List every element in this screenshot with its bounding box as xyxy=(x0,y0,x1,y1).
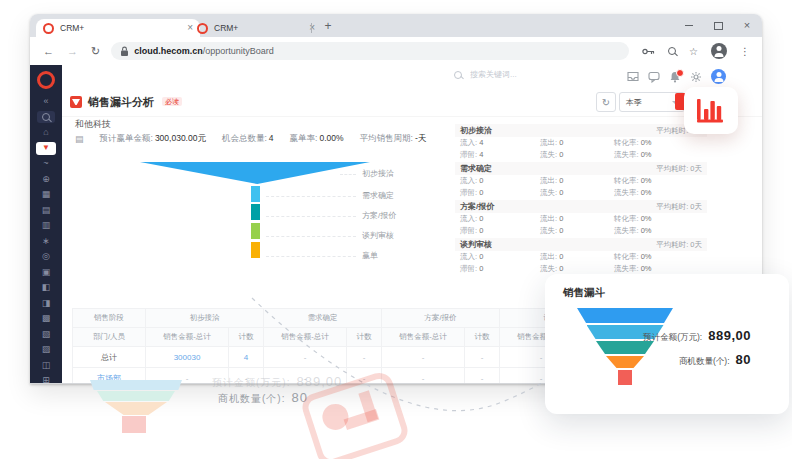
stage-metrics-row: 滞留: 0流失: 0流失率: 0% xyxy=(455,225,707,237)
decorative-metric-count: 商机数量(个): 80 xyxy=(218,390,308,406)
stage-avg-duration: 平均耗时: 0天 xyxy=(656,164,702,174)
stage-metric: 流失: 0 xyxy=(540,264,614,274)
card-metric-amount: 预计金额(万元): 889,00 xyxy=(643,328,751,344)
sidebar-item-calendar[interactable]: ▦ xyxy=(30,187,62,203)
chat-icon: ◧ xyxy=(42,283,51,292)
stage-metrics-row: 滞留: 4流失: 0流失率: 0% xyxy=(455,149,707,161)
funnel-leader-line xyxy=(266,256,356,257)
stage-metric: 流出: 0 xyxy=(540,176,614,186)
window-maximize-button[interactable] xyxy=(713,21,723,31)
tasks-icon: ▤ xyxy=(42,206,51,215)
stage-metric: 滞留: 0 xyxy=(460,188,540,198)
bar-chart-icon xyxy=(697,98,725,123)
table-cell: - xyxy=(382,368,465,384)
sidebar-item-settings[interactable]: ∗ xyxy=(30,234,62,250)
table-group-header: 方案/报价 xyxy=(382,309,500,328)
app-logo[interactable] xyxy=(37,71,55,89)
sidebar-item-folder[interactable]: ◫ xyxy=(30,358,62,374)
table-subheader-count: 计数 xyxy=(465,328,500,347)
sidebar-item-home[interactable]: ⌂ xyxy=(30,125,62,141)
browser-menu-icon[interactable]: ⋮ xyxy=(740,46,750,57)
stage-name: 方案/报价 xyxy=(460,201,494,212)
global-search[interactable] xyxy=(454,69,567,80)
browser-profile-avatar[interactable] xyxy=(711,43,727,59)
search-input[interactable] xyxy=(468,69,567,80)
stage-name: 谈判审核 xyxy=(460,239,492,250)
search-icon xyxy=(454,71,462,79)
summary-label: 平均销售周期: xyxy=(360,133,413,143)
zoom-icon[interactable] xyxy=(668,47,676,55)
chat-icon[interactable] xyxy=(648,71,660,83)
chart-feature-card xyxy=(684,87,738,134)
stage-metric: 流失: 0 xyxy=(540,150,614,160)
settings-icon: ∗ xyxy=(42,237,50,246)
reload-icon[interactable]: ↻ xyxy=(91,45,100,58)
sidebar-item-search[interactable] xyxy=(30,110,62,126)
stage-metrics-row: 流入: 0流出: 0转化率: 0% xyxy=(455,213,707,225)
sidebar-item-trend[interactable]: ~ xyxy=(30,156,62,172)
stage-metric: 流入: 0 xyxy=(460,214,540,224)
sidebar-item-target[interactable]: ◎ xyxy=(30,249,62,265)
forward-icon[interactable]: → xyxy=(67,45,78,57)
search-box xyxy=(37,111,55,123)
refresh-button[interactable]: ↻ xyxy=(596,92,616,112)
funnel-stage-label: 需求确定 xyxy=(362,191,432,201)
funnel-leader-line xyxy=(266,196,356,197)
funnel-leader-line xyxy=(266,236,356,237)
stage-metric: 滞留: 0 xyxy=(460,264,540,274)
sidebar-item-funnel-analysis[interactable]: ▼ xyxy=(30,141,62,157)
stage-name: 需求确定 xyxy=(460,163,492,174)
table-cell: - xyxy=(382,347,465,368)
summary-item-1: 机会总数量:4 xyxy=(222,133,274,145)
window-close-button[interactable]: × xyxy=(742,21,752,31)
sidebar-item-report[interactable]: ▩ xyxy=(30,311,62,327)
stage-metric: 流失: 0 xyxy=(540,188,614,198)
browser-tab-inactive[interactable]: CRM+ × xyxy=(190,19,322,37)
address-bar[interactable]: cloud.hecom.cn /opportunityBoard xyxy=(111,42,629,60)
sidebar-item-message[interactable]: ◨ xyxy=(30,296,62,312)
sidebar-item-chat[interactable]: ◧ xyxy=(30,280,62,296)
summary-value: 0.00% xyxy=(319,133,343,143)
table-group-header: 初步接洽 xyxy=(146,309,264,328)
settings-gear-icon[interactable] xyxy=(690,71,702,83)
table-cell[interactable]: 4 xyxy=(229,347,264,368)
sidebar-item-docs[interactable]: ▥ xyxy=(30,218,62,234)
sidebar-item-contacts[interactable]: ▣ xyxy=(30,265,62,281)
window-minimize-button[interactable] xyxy=(684,21,694,31)
sidebar-item-library[interactable]: ▨ xyxy=(30,342,62,358)
decorative-funnel xyxy=(90,380,182,434)
inbox-icon[interactable] xyxy=(627,71,639,82)
stage-section-header: 谈判审核平均耗时: 0天 xyxy=(455,238,707,251)
collapse-icon: « xyxy=(43,97,48,106)
back-icon[interactable]: ← xyxy=(43,45,54,57)
sidebar-item-tasks[interactable]: ▤ xyxy=(30,203,62,219)
summary-value: 300,030.00元 xyxy=(155,133,206,143)
stage-metrics-row: 流入: 0流出: 0转化率: 0% xyxy=(455,175,707,187)
summary-label: 赢单率: xyxy=(290,133,318,143)
search-icon xyxy=(42,113,50,121)
app-utility-bar xyxy=(62,65,762,89)
apps-icon: ⊞ xyxy=(42,376,50,383)
stage-section-header: 需求确定平均耗时: 0天 xyxy=(455,162,707,175)
table-header-stage: 销售阶段 xyxy=(73,309,146,328)
user-avatar[interactable] xyxy=(711,69,726,84)
funnel-leader-line xyxy=(340,174,356,175)
stage-metric: 流失率: 0% xyxy=(614,264,702,274)
sidebar-item-add[interactable]: ⊕ xyxy=(30,172,62,188)
browser-tab-active[interactable]: CRM+ × xyxy=(36,19,200,37)
new-tab-button[interactable]: + xyxy=(320,18,336,34)
key-icon[interactable] xyxy=(642,47,655,56)
stage-metric: 转化率: 0% xyxy=(614,214,702,224)
stage-metric: 转化率: 0% xyxy=(614,252,702,262)
stage-metric: 滞留: 4 xyxy=(460,150,540,160)
sidebar-item-collapse[interactable]: « xyxy=(30,94,62,110)
sidebar-item-analytics[interactable]: ▧ xyxy=(30,327,62,343)
bookmark-star-icon[interactable]: ☆ xyxy=(689,46,698,57)
notifications-bell-icon[interactable] xyxy=(669,71,681,83)
summary-item-2: 赢单率:0.00% xyxy=(290,133,344,145)
funnel-stage-shape-2 xyxy=(251,204,260,220)
sidebar-item-apps[interactable]: ⊞ xyxy=(30,373,62,383)
table-subheader-amount: 销售金额-总计 xyxy=(382,328,465,347)
message-icon: ◨ xyxy=(42,299,51,308)
table-cell[interactable]: 300030 xyxy=(146,347,229,368)
